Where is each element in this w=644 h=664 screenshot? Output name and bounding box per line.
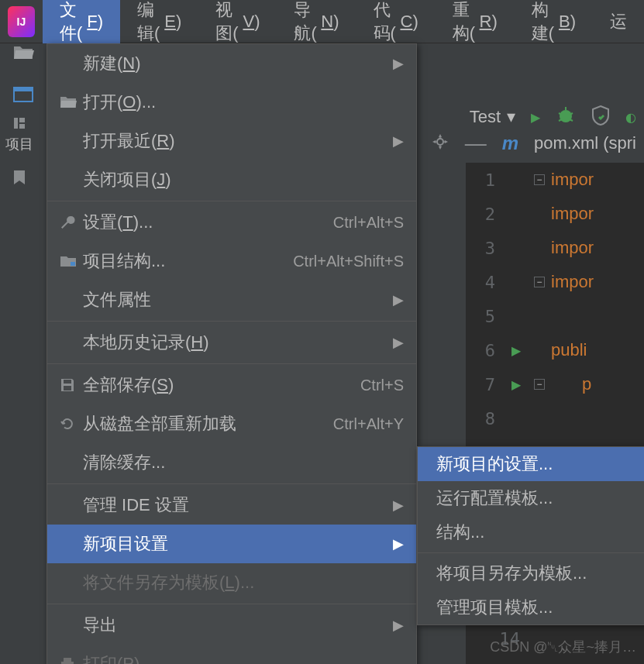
menu-item[interactable]: 新建(N)▶	[47, 44, 416, 83]
file-menu-dropdown: 新建(N)▶打开(O)...打开最近(R)▶关闭项目(J)设置(T)...Ctr…	[46, 43, 417, 664]
chevron-right-icon: ▶	[393, 617, 404, 634]
svg-rect-10	[19, 124, 25, 129]
editor-line[interactable]: 6▶publi	[466, 333, 644, 367]
menu-item[interactable]: 导出▶	[47, 606, 416, 645]
gear-icon[interactable]	[431, 132, 449, 154]
fold-icon: −	[534, 277, 545, 287]
editor-tabs: — m pom.xml (spri	[423, 124, 644, 163]
folder-icon	[60, 95, 83, 109]
run-icon[interactable]: ▶	[531, 110, 540, 125]
editor-tab-label[interactable]: pom.xml (spri	[534, 133, 636, 153]
struct-icon	[60, 254, 83, 268]
submenu-item[interactable]: 新项目的设置...	[418, 447, 644, 481]
new-project-settings-submenu: 新项目的设置...运行配置模板...结构...将项目另存为模板...管理项目模板…	[417, 446, 644, 625]
menu-item[interactable]: 导航(N)	[277, 0, 356, 43]
svg-rect-14	[64, 386, 71, 390]
menu-item[interactable]: 从磁盘全部重新加载Ctrl+Alt+Y	[47, 404, 416, 443]
run-gutter-icon: ▶	[511, 343, 521, 358]
editor-line[interactable]: 2impor	[466, 197, 644, 231]
open-folder-icon[interactable]	[12, 43, 34, 64]
menu-item[interactable]: 全部保存(S)Ctrl+S	[47, 366, 416, 404]
menu-item[interactable]: 运	[593, 0, 644, 43]
submenu-item[interactable]: 管理项目模板...	[418, 590, 644, 624]
chevron-right-icon: ▶	[393, 55, 404, 72]
menu-item[interactable]: 设置(T)...Ctrl+Alt+S	[47, 203, 416, 242]
svg-rect-9	[19, 118, 25, 122]
menubar: IJ 文件(F)编辑(E)视图(V)导航(N)代码(C)重构(R)构建(B)运	[0, 0, 644, 43]
project-tab[interactable]: 项目	[5, 116, 33, 153]
menu-item[interactable]: 构建(B)	[515, 0, 593, 43]
line-number: 3	[466, 239, 505, 258]
print-icon	[60, 656, 83, 664]
app-icon: IJ	[8, 6, 35, 37]
menu-item[interactable]: 本地历史记录(H)▶	[47, 323, 416, 362]
menu-item[interactable]: 编辑(E)	[120, 0, 198, 43]
line-number: 7	[466, 375, 505, 394]
menu-item[interactable]: 代码(C)	[356, 0, 436, 43]
menu-item[interactable]: 打开最近(R)▶	[47, 122, 416, 160]
save-icon	[60, 377, 83, 393]
wrench-icon	[60, 215, 83, 230]
submenu-item[interactable]: 运行配置模板...	[418, 481, 644, 515]
editor-line[interactable]: 5	[466, 299, 644, 333]
bookmark-icon[interactable]	[12, 169, 26, 189]
editor-line[interactable]: 8	[466, 401, 644, 435]
line-number: 2	[466, 205, 505, 224]
editor-line[interactable]: 1−impor	[466, 163, 644, 197]
menu-item[interactable]: 视图(V)	[198, 0, 277, 43]
run-gutter-icon: ▶	[511, 377, 521, 392]
minimize-icon[interactable]: —	[465, 131, 487, 156]
submenu-item[interactable]: 将项目另存为模板...	[418, 556, 644, 590]
reload-icon	[60, 416, 83, 432]
menu-item[interactable]: 管理 IDE 设置▶	[47, 486, 416, 525]
menu-item: 打印(P)...	[47, 645, 416, 664]
line-number: 8	[466, 409, 505, 428]
svg-rect-13	[64, 380, 71, 384]
submenu-item[interactable]: 结构...	[418, 515, 644, 549]
left-rail: 项目	[0, 101, 39, 189]
line-number: 5	[466, 307, 505, 326]
chevron-right-icon: ▶	[393, 132, 404, 150]
line-number: 1	[466, 170, 505, 190]
maven-icon: m	[502, 132, 518, 154]
menu-item[interactable]: 新项目设置▶	[47, 525, 416, 563]
menu-item[interactable]: 关闭项目(J)	[47, 160, 416, 199]
chevron-right-icon: ▶	[393, 497, 404, 514]
svg-rect-15	[64, 658, 71, 662]
profile-icon[interactable]: ◐	[625, 110, 636, 125]
editor-line[interactable]: 7▶−p	[466, 367, 644, 401]
menu-item[interactable]: 重构(R)	[436, 0, 515, 43]
watermark: CSDN @␀众星~捧月…	[490, 638, 636, 656]
menu-item[interactable]: 项目结构...Ctrl+Alt+Shift+S	[47, 242, 416, 280]
svg-rect-1	[14, 88, 33, 91]
svg-rect-12	[71, 262, 75, 266]
svg-rect-8	[14, 118, 18, 129]
menu-item[interactable]: 打开(O)...	[47, 83, 416, 122]
menu-item: 将文件另存为模板(L)...	[47, 563, 416, 602]
menu-item[interactable]: 文件(F)	[43, 0, 120, 43]
editor-line[interactable]: 4−impor	[466, 265, 644, 299]
svg-point-11	[437, 139, 443, 145]
menu-item[interactable]: 清除缓存...	[47, 443, 416, 482]
fold-icon: −	[534, 174, 545, 185]
menu-item[interactable]: 文件属性▶	[47, 280, 416, 319]
line-number: 6	[466, 341, 505, 360]
chevron-right-icon: ▶	[393, 334, 404, 351]
editor-line[interactable]: 3impor	[466, 231, 644, 265]
fold-icon: −	[534, 379, 545, 390]
chevron-right-icon: ▶	[393, 535, 404, 552]
chevron-right-icon: ▶	[393, 291, 404, 308]
svg-point-2	[560, 110, 572, 122]
line-number: 4	[466, 273, 505, 292]
